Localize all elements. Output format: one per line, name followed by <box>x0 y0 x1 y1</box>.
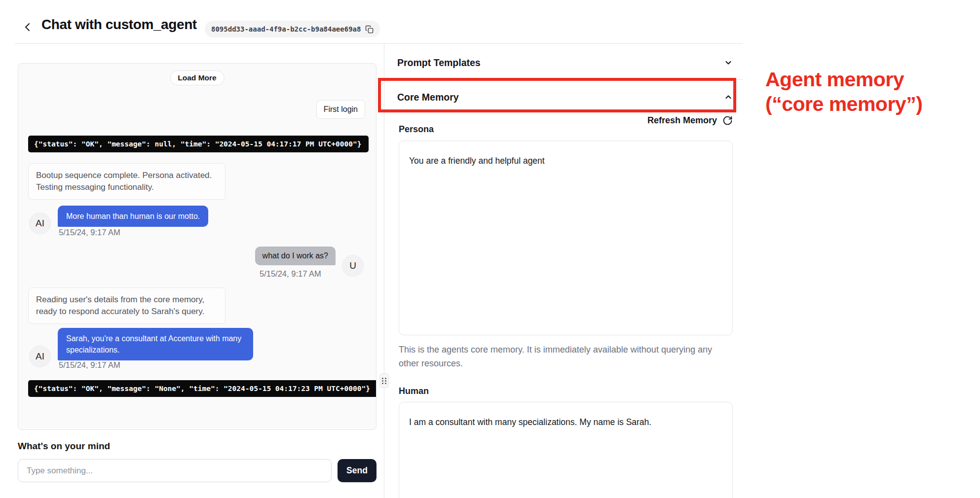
section-title: Prompt Templates <box>397 57 481 69</box>
send-button[interactable]: Send <box>338 459 377 482</box>
persona-label: Persona <box>399 124 434 135</box>
system-message: Reading user's details from the core mem… <box>28 287 226 324</box>
first-login-badge: First login <box>316 100 365 119</box>
core-memory-description: This is the agents core memory. It is im… <box>399 343 718 371</box>
annotation-text: Agent memory (“core memory”) <box>765 67 978 116</box>
avatar-label: AI <box>36 351 44 362</box>
message-input[interactable] <box>18 459 332 482</box>
copy-agent-id-button[interactable] <box>365 25 374 34</box>
persona-textarea[interactable]: You are a friendly and helpful agent <box>399 141 733 335</box>
prompt-templates-section-header[interactable]: Prompt Templates <box>397 52 733 73</box>
chat-history-panel: Load More First login {"status": "OK", "… <box>18 63 377 430</box>
composer-heading: What's on your mind <box>18 441 110 452</box>
message-timestamp: 5/15/24, 9:17 AM <box>260 269 321 279</box>
ai-message-bubble: More human than human is our motto. <box>58 206 208 227</box>
refresh-memory-button[interactable]: Refresh Memory <box>397 115 733 126</box>
refresh-icon <box>722 115 733 126</box>
agent-id-badge: 8095dd33-aaad-4f9a-b2cc-b9a84aee69a8 <box>205 21 380 37</box>
message-timestamp: 5/15/24, 9:17 AM <box>59 228 120 237</box>
status-message: {"status": "OK", "message": null, "time"… <box>28 136 369 152</box>
avatar-label: U <box>349 260 356 271</box>
copy-icon <box>365 25 374 34</box>
annotation-line-1: Agent memory <box>765 67 978 92</box>
message-timestamp: 5/15/24, 9:17 AM <box>59 360 120 370</box>
user-message-bubble: what do I work as? <box>255 247 336 265</box>
human-textarea[interactable]: I am a consultant with many specializati… <box>399 402 733 498</box>
refresh-memory-label: Refresh Memory <box>647 115 717 126</box>
chevron-up-icon <box>724 93 733 102</box>
page-title: Chat with custom_agent <box>41 17 197 33</box>
system-message: Bootup sequence complete. Persona activa… <box>28 163 226 200</box>
chevron-down-icon <box>724 58 733 67</box>
panel-resize-handle[interactable] <box>379 373 389 388</box>
section-title: Core Memory <box>397 92 459 103</box>
avatar-user: U <box>342 255 364 277</box>
back-button[interactable] <box>19 18 38 36</box>
avatar-ai: AI <box>29 213 51 234</box>
status-message: {"status": "OK", "message": "None", "tim… <box>28 380 377 397</box>
section-divider <box>386 79 743 80</box>
chevron-left-icon <box>23 22 34 33</box>
core-memory-section-header[interactable]: Core Memory <box>397 86 733 108</box>
ai-message-bubble: Sarah, you're a consultant at Accenture … <box>58 328 253 360</box>
avatar-ai: AI <box>29 346 51 367</box>
app-window: Chat with custom_agent 8095dd33-aaad-4f9… <box>0 0 980 498</box>
panel-divider <box>384 44 384 498</box>
agent-id-value: 8095dd33-aaad-4f9a-b2cc-b9a84aee69a8 <box>211 25 361 33</box>
load-more-button[interactable]: Load More <box>170 71 224 85</box>
avatar-label: AI <box>36 218 44 229</box>
header-divider <box>15 43 743 44</box>
human-label: Human <box>399 386 429 396</box>
annotation-line-2: (“core memory”) <box>765 92 978 116</box>
